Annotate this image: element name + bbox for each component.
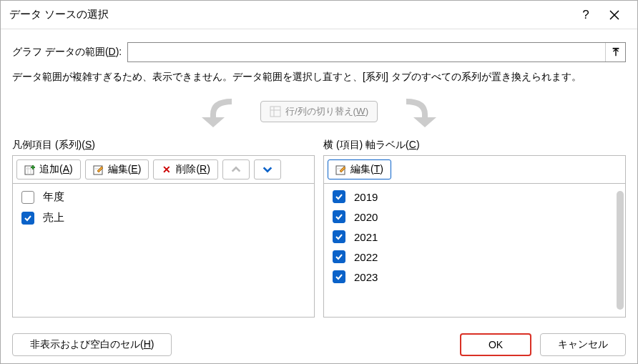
checkbox[interactable]: [333, 190, 345, 203]
axis-label-item[interactable]: 2023: [324, 267, 625, 287]
remove-icon: ✕: [161, 164, 172, 175]
edit-axis-button-label: 編集(T): [350, 163, 383, 176]
add-icon: [24, 164, 36, 175]
axis-panel-title: 横 (項目) 軸ラベル(C): [323, 139, 626, 152]
move-down-button[interactable]: [254, 159, 281, 179]
legend-series-item[interactable]: 年度: [13, 187, 314, 207]
dialog-title: データ ソースの選択: [9, 8, 571, 21]
axis-label-item[interactable]: 2020: [324, 207, 625, 227]
edit-button-label: 編集(E): [108, 163, 142, 176]
dialog: データ ソースの選択 ? グラフ データの範囲(D): データ範囲が複雑すぎるた…: [0, 0, 638, 364]
close-icon[interactable]: [600, 1, 629, 29]
checkbox[interactable]: [21, 191, 34, 204]
left-arrow-graphic: [175, 94, 246, 129]
switch-row-column-button[interactable]: 行/列の切り替え(W): [260, 101, 378, 122]
list-item-label: 年度: [43, 190, 64, 204]
remove-button-label: 削除(R): [176, 163, 210, 176]
help-icon[interactable]: ?: [571, 1, 600, 29]
axis-toolbar: 編集(T): [323, 155, 626, 184]
list-item-label: 2022: [354, 251, 378, 263]
edit-axis-button[interactable]: 編集(T): [328, 159, 391, 179]
legend-panel-title: 凡例項目 (系列)(S): [12, 139, 315, 152]
edit-icon: [335, 164, 347, 175]
checkbox[interactable]: [333, 250, 345, 263]
legend-series-item[interactable]: 売上: [13, 207, 314, 228]
checkbox[interactable]: [333, 230, 345, 243]
cancel-button[interactable]: キャンセル: [540, 333, 626, 356]
move-up-button[interactable]: [222, 159, 250, 179]
switch-button-label: 行/列の切り替え(W): [285, 105, 368, 118]
axis-panel: 横 (項目) 軸ラベル(C) 編集(T) 2019202020212022202…: [323, 139, 626, 318]
ok-button[interactable]: OK: [460, 333, 531, 356]
checkbox[interactable]: [21, 212, 34, 225]
chart-range-input-wrap: [127, 42, 626, 62]
switch-icon: [270, 106, 281, 117]
checkbox[interactable]: [333, 210, 345, 223]
hidden-blank-cells-button[interactable]: 非表示および空白のセル(H): [12, 333, 172, 356]
list-item-label: 2023: [354, 271, 378, 283]
range-picker-icon[interactable]: [605, 43, 625, 62]
svg-rect-0: [612, 48, 619, 49]
chart-range-label: グラフ データの範囲(D):: [12, 46, 122, 59]
scrollbar[interactable]: [617, 191, 624, 310]
axis-label-item[interactable]: 2021: [324, 227, 625, 247]
add-button-label: 追加(A): [39, 163, 73, 176]
titlebar: データ ソースの選択 ?: [1, 1, 637, 29]
range-warning-text: データ範囲が複雑すぎるため、表示できません。データ範囲を選択し直すと、[系列] …: [12, 69, 626, 84]
remove-series-button[interactable]: ✕ 削除(R): [153, 159, 217, 179]
list-item-label: 2021: [354, 231, 378, 243]
chevron-down-icon: [262, 164, 273, 175]
edit-series-button[interactable]: 編集(E): [85, 159, 149, 179]
list-item-label: 2019: [354, 191, 378, 203]
legend-toolbar: 追加(A) 編集(E) ✕ 削除(R): [12, 155, 315, 184]
chart-range-input[interactable]: [128, 43, 605, 62]
switch-row: 行/列の切り替え(W): [12, 94, 626, 129]
svg-rect-1: [270, 107, 280, 117]
edit-icon: [93, 164, 104, 175]
footer: 非表示および空白のセル(H) OK キャンセル: [1, 326, 637, 363]
list-item-label: 2020: [354, 211, 378, 223]
axis-labels-list[interactable]: 20192020202120222023: [323, 184, 626, 318]
axis-label-item[interactable]: 2019: [324, 187, 625, 207]
content: グラフ データの範囲(D): データ範囲が複雑すぎるため、表示できません。データ…: [1, 29, 637, 326]
axis-label-item[interactable]: 2022: [324, 247, 625, 267]
panels: 凡例項目 (系列)(S) 追加(A): [12, 139, 626, 318]
chevron-up-icon: [230, 164, 242, 175]
chart-range-row: グラフ データの範囲(D):: [12, 42, 626, 62]
list-item-label: 売上: [43, 211, 64, 225]
right-arrow-graphic: [392, 94, 463, 129]
legend-panel: 凡例項目 (系列)(S) 追加(A): [12, 139, 315, 318]
legend-series-list[interactable]: 年度売上: [12, 184, 315, 318]
add-series-button[interactable]: 追加(A): [16, 159, 81, 179]
checkbox[interactable]: [333, 270, 345, 283]
